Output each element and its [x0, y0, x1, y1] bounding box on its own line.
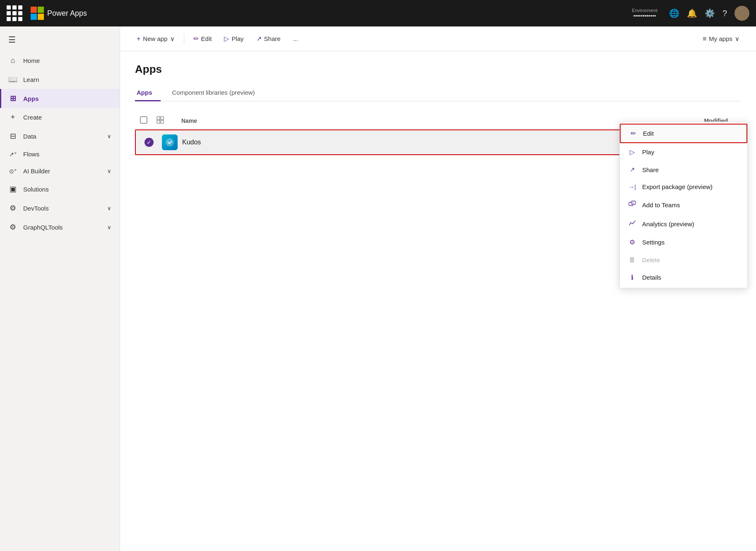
sidebar-label-graphqltools: GraphQLTools — [23, 224, 63, 231]
share-button[interactable]: ↗ Share — [251, 32, 286, 45]
sidebar-label-ai-builder: AI Builder — [23, 168, 50, 175]
sidebar-item-solutions[interactable]: ▣ Solutions — [0, 180, 120, 199]
home-icon: ⌂ — [8, 56, 17, 65]
data-icon: ⊟ — [8, 132, 17, 141]
graphqltools-icon: ⚙ — [8, 223, 17, 232]
edit-label: Edit — [201, 35, 212, 42]
my-apps-chevron-icon: ∨ — [735, 35, 739, 43]
ctx-play-label: Play — [642, 149, 654, 156]
env-label: Environment — [632, 8, 657, 13]
ctx-details-icon: ℹ — [628, 273, 636, 281]
toolbar: + New app ∨ ✏ Edit ▷ Play ↗ Share ... — [120, 26, 756, 51]
ctx-settings-item[interactable]: ⚙ Settings — [620, 233, 747, 251]
ctx-add-teams-icon: T — [628, 200, 636, 209]
ctx-add-teams-item[interactable]: T Add to Teams — [620, 195, 747, 214]
my-apps-button[interactable]: ≡ My apps ∨ — [698, 33, 744, 45]
data-chevron-icon: ∨ — [107, 133, 111, 139]
ctx-share-label: Share — [642, 166, 659, 173]
sidebar-item-create[interactable]: + Create — [0, 108, 120, 127]
avatar[interactable] — [734, 6, 749, 21]
topnav-icons: 🌐 🔔 ⚙️ ? — [669, 6, 749, 21]
col-name-header: Name — [181, 117, 612, 124]
ctx-details-label: Details — [642, 274, 661, 281]
new-app-chevron-icon: ∨ — [170, 35, 175, 43]
tab-apps[interactable]: Apps — [135, 85, 161, 101]
checkbox-checked-icon: ✓ — [144, 138, 154, 147]
settings-icon[interactable]: ⚙️ — [705, 8, 715, 18]
filter-icon: ≡ — [703, 35, 706, 43]
environment-selector[interactable]: Environment •••••••••••• — [632, 8, 657, 19]
my-apps-label: My apps — [709, 35, 732, 42]
edit-button[interactable]: ✏ Edit — [188, 32, 217, 45]
sidebar-item-graphqltools[interactable]: ⚙ GraphQLTools ∨ — [0, 218, 120, 237]
solutions-icon: ▣ — [8, 184, 17, 194]
svg-point-9 — [166, 138, 174, 146]
app-icon — [162, 134, 178, 150]
sidebar-item-ai-builder[interactable]: ⊙° AI Builder ∨ — [0, 163, 120, 180]
share-icon: ↗ — [256, 35, 262, 43]
ctx-delete-item: 🗑 Delete — [620, 251, 747, 268]
flows-icon: ↗° — [8, 151, 17, 158]
more-label: ... — [293, 35, 299, 42]
ctx-analytics-item[interactable]: Analytics (preview) — [620, 214, 747, 233]
ctx-share-item[interactable]: ↗ Share — [620, 161, 747, 178]
ctx-add-teams-label: Add to Teams — [642, 201, 680, 208]
ctx-settings-icon: ⚙ — [628, 238, 636, 246]
svg-rect-1 — [38, 7, 44, 13]
top-navigation: Power Apps Environment •••••••••••• 🌐 🔔 … — [0, 0, 756, 26]
ai-builder-icon: ⊙° — [8, 168, 17, 175]
row-icon-wrap — [157, 134, 182, 150]
main-layout: ☰ ⌂ Home 📖 Learn ⊞ Apps + Create ⊟ Data … — [0, 26, 756, 551]
ctx-delete-label: Delete — [642, 256, 660, 264]
row-checkbox[interactable]: ✓ — [141, 138, 157, 147]
microsoft-label: Power Apps — [47, 9, 87, 18]
new-app-button[interactable]: + New app ∨ — [132, 33, 180, 45]
create-icon: + — [8, 113, 17, 122]
ctx-play-icon: ▷ — [628, 148, 636, 156]
sidebar-item-data[interactable]: ⊟ Data ∨ — [0, 127, 120, 146]
notification-icon[interactable]: 🔔 — [687, 8, 697, 18]
ctx-export-label: Export package (preview) — [642, 183, 713, 190]
context-menu: ✏ Edit ▷ Play ↗ Share →| Export package … — [619, 122, 748, 288]
svg-rect-0 — [31, 7, 37, 13]
help-icon[interactable]: ? — [722, 9, 727, 18]
more-button[interactable]: ... — [288, 33, 303, 45]
ctx-settings-label: Settings — [642, 239, 665, 246]
main-content: + New app ∨ ✏ Edit ▷ Play ↗ Share ... — [120, 26, 756, 551]
sidebar-item-flows[interactable]: ↗° Flows — [0, 146, 120, 163]
tab-bar: Apps Component libraries (preview) — [135, 85, 741, 101]
app-grid-icon[interactable] — [7, 5, 22, 21]
sidebar-label-solutions: Solutions — [23, 186, 49, 193]
tab-component-libraries[interactable]: Component libraries (preview) — [171, 85, 263, 101]
ctx-edit-label: Edit — [643, 130, 654, 137]
sidebar: ☰ ⌂ Home 📖 Learn ⊞ Apps + Create ⊟ Data … — [0, 26, 120, 551]
col-icon-header — [156, 116, 181, 125]
ctx-export-item[interactable]: →| Export package (preview) — [620, 178, 747, 195]
ctx-edit-item[interactable]: ✏ Edit — [620, 124, 747, 143]
microsoft-logo: Power Apps — [31, 7, 87, 20]
sidebar-item-devtools[interactable]: ⚙ DevTools ∨ — [0, 199, 120, 218]
edit-icon: ✏ — [193, 35, 199, 43]
sidebar-label-data: Data — [23, 133, 36, 140]
play-icon: ▷ — [224, 35, 229, 43]
ctx-details-item[interactable]: ℹ Details — [620, 268, 747, 286]
ctx-share-icon: ↗ — [628, 166, 636, 173]
toolbar-separator-1 — [184, 34, 184, 44]
col-check-header — [140, 116, 156, 125]
ctx-export-icon: →| — [628, 184, 636, 190]
hamburger-button[interactable]: ☰ — [0, 31, 120, 51]
globe-icon[interactable]: 🌐 — [669, 8, 679, 18]
plus-icon: + — [137, 35, 140, 43]
devtools-icon: ⚙ — [8, 204, 17, 213]
svg-rect-7 — [157, 120, 160, 123]
svg-rect-5 — [157, 117, 160, 120]
play-button[interactable]: ▷ Play — [219, 32, 248, 45]
sidebar-item-learn[interactable]: 📖 Learn — [0, 70, 120, 89]
sidebar-item-home[interactable]: ⌂ Home — [0, 51, 120, 70]
sidebar-item-apps[interactable]: ⊞ Apps — [0, 89, 120, 108]
ctx-edit-icon: ✏ — [629, 129, 637, 137]
learn-icon: 📖 — [8, 75, 17, 84]
ctx-analytics-icon — [628, 219, 636, 228]
ctx-play-item[interactable]: ▷ Play — [620, 143, 747, 161]
sidebar-label-create: Create — [23, 114, 42, 121]
